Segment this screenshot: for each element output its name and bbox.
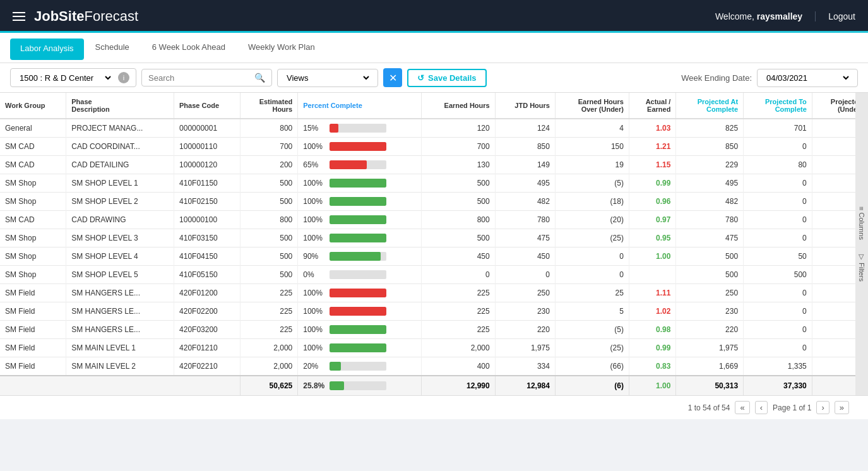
cell-proj-at: 825 xyxy=(676,119,744,138)
tab-6-week[interactable]: 6 Week Look Ahead xyxy=(141,33,237,63)
cell-est-hours: 700 xyxy=(240,138,297,156)
cell-proj-at: 482 xyxy=(676,193,744,211)
cell-phase-code: 100000110 xyxy=(174,138,241,156)
cell-phase-desc: SM SHOP LEVEL 3 xyxy=(66,229,174,247)
cell-est-hours: 500 xyxy=(240,247,297,266)
cell-actual-earned: 1.21 xyxy=(629,138,675,156)
cell-earned-over-under: 0 xyxy=(555,266,629,284)
app-header: JobSiteForecast Welcome, raysmalley Logo… xyxy=(0,0,868,33)
save-details-button[interactable]: ↺ Save Details xyxy=(407,69,487,87)
cell-earned-hours: 500 xyxy=(421,193,495,211)
save-icon: ↺ xyxy=(417,73,424,83)
cell-earned-hours: 225 xyxy=(421,284,495,302)
cell-phase-desc: SM HANGERS LE... xyxy=(66,302,174,321)
cell-pct-complete: 100% xyxy=(298,302,422,321)
tabs-bar: Labor Analysis Schedule 6 Week Look Ahea… xyxy=(0,33,868,63)
col-work-group: Work Group xyxy=(0,93,66,119)
table-row: SM Field SM MAIN LEVEL 1 420F01210 2,000… xyxy=(0,339,868,357)
cell-earned-hours: 130 xyxy=(421,156,495,174)
date-selector[interactable]: 04/03/2021 xyxy=(757,69,858,87)
cell-proj-at: 1,669 xyxy=(676,357,744,376)
col-proj-at-complete: Projected AtComplete xyxy=(676,93,744,119)
header-left: JobSiteForecast xyxy=(13,8,138,25)
cell-earned-hours: 450 xyxy=(421,247,495,266)
cell-actual-earned: 1.11 xyxy=(629,284,675,302)
cell-jtd-hours: 220 xyxy=(495,321,555,339)
cell-jtd-hours: 230 xyxy=(495,302,555,321)
app-logo: JobSiteForecast xyxy=(34,8,138,25)
cell-phase-code: 410F03150 xyxy=(174,229,241,247)
columns-toggle[interactable]: ≡ Columns xyxy=(858,206,865,240)
cell-pct-complete: 100% xyxy=(298,229,422,247)
table-row: SM CAD CAD COORDINAT... 100000110 700 10… xyxy=(0,138,868,156)
first-page-button[interactable]: « xyxy=(735,401,749,414)
cell-phase-desc: SM SHOP LEVEL 1 xyxy=(66,174,174,193)
main-table-container: Work Group PhaseDescription Phase Code E… xyxy=(0,93,868,395)
tab-labor-analysis[interactable]: Labor Analysis xyxy=(10,39,84,60)
cell-earned-over-under: (5) xyxy=(555,174,629,193)
cell-proj-at: 500 xyxy=(676,266,744,284)
tab-schedule[interactable]: Schedule xyxy=(84,33,141,63)
cell-actual-earned: 1.03 xyxy=(629,119,675,138)
col-actual-earned: Actual /Earned xyxy=(629,93,675,119)
cell-actual-earned: 1.02 xyxy=(629,302,675,321)
col-phase-desc: PhaseDescription xyxy=(66,93,174,119)
tab-weekly-work-plan[interactable]: Weekly Work Plan xyxy=(237,33,326,63)
cell-actual-earned: 0.98 xyxy=(629,321,675,339)
cell-work-group: SM CAD xyxy=(0,156,66,174)
table-row: SM Shop SM SHOP LEVEL 2 410F02150 500 10… xyxy=(0,193,868,211)
clear-button[interactable]: ✕ xyxy=(383,68,402,87)
cell-proj-at: 780 xyxy=(676,211,744,229)
cell-proj-at: 230 xyxy=(676,302,744,321)
cell-phase-desc: SM MAIN LEVEL 2 xyxy=(66,357,174,376)
cell-pct-complete: 90% xyxy=(298,247,422,266)
cell-earned-over-under: 150 xyxy=(555,138,629,156)
info-icon[interactable]: i xyxy=(118,72,129,83)
next-page-button[interactable]: › xyxy=(816,401,829,414)
cell-work-group: SM CAD xyxy=(0,211,66,229)
cell-phase-code: 420F01210 xyxy=(174,339,241,357)
cell-phase-code: 410F04150 xyxy=(174,247,241,266)
table-row: SM Field SM MAIN LEVEL 2 420F02210 2,000… xyxy=(0,357,868,376)
cell-est-hours: 800 xyxy=(240,119,297,138)
cell-earned-hours: 120 xyxy=(421,119,495,138)
table-row: SM CAD CAD DETAILING 100000120 200 65% 1… xyxy=(0,156,868,174)
cell-work-group: SM Field xyxy=(0,357,66,376)
project-selector[interactable]: 1500 : R & D Center i xyxy=(10,68,136,87)
prev-page-button[interactable]: ‹ xyxy=(755,401,768,414)
views-selector[interactable]: Views xyxy=(277,69,378,87)
last-page-button[interactable]: » xyxy=(835,401,849,414)
views-dropdown[interactable]: Views xyxy=(284,73,371,83)
cell-proj-to: 0 xyxy=(744,284,812,302)
footer-earned-over-under: (6) xyxy=(555,376,629,395)
cell-proj-to: 80 xyxy=(744,156,812,174)
header-right: Welcome, raysmalley Logout xyxy=(715,11,855,21)
cell-proj-at: 250 xyxy=(676,284,744,302)
project-dropdown[interactable]: 1500 : R & D Center xyxy=(17,73,113,83)
cell-phase-code: 410F01150 xyxy=(174,174,241,193)
cell-est-hours: 225 xyxy=(240,321,297,339)
footer-jtd-hours: 12,984 xyxy=(495,376,555,395)
cell-earned-over-under: (20) xyxy=(555,211,629,229)
col-proj-to-complete: Projected ToComplete xyxy=(744,93,812,119)
cell-proj-to: 500 xyxy=(744,266,812,284)
logout-button[interactable]: Logout xyxy=(816,11,855,21)
cell-proj-to: 701 xyxy=(744,119,812,138)
cell-est-hours: 2,000 xyxy=(240,357,297,376)
cell-actual-earned: 0.97 xyxy=(629,211,675,229)
hamburger-menu[interactable] xyxy=(13,12,25,21)
footer-est-hours: 50,625 xyxy=(240,376,297,395)
cell-phase-desc: SM SHOP LEVEL 5 xyxy=(66,266,174,284)
search-input[interactable] xyxy=(148,73,254,83)
filters-toggle[interactable]: ▽ Filters xyxy=(858,253,866,282)
footer-empty xyxy=(0,376,240,395)
pagination-page: Page 1 of 1 xyxy=(773,403,811,412)
date-dropdown[interactable]: 04/03/2021 xyxy=(764,73,851,83)
toolbar-right: Week Ending Date: 04/03/2021 xyxy=(681,69,858,87)
footer-actual-earned: 1.00 xyxy=(629,376,675,395)
cell-pct-complete: 15% xyxy=(298,119,422,138)
cell-earned-hours: 500 xyxy=(421,229,495,247)
cell-jtd-hours: 0 xyxy=(495,266,555,284)
cell-work-group: SM Shop xyxy=(0,174,66,193)
cell-proj-to: 50 xyxy=(744,247,812,266)
